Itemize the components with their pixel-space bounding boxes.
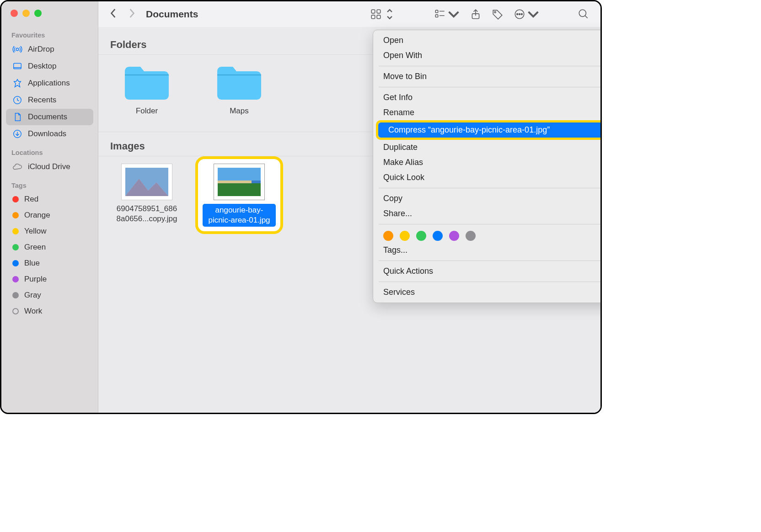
sidebar-item-label: Work	[24, 307, 42, 316]
main-area: Documents Folders Folder Maps	[98, 1, 600, 413]
ctx-compress[interactable]: Compress “angourie-bay-picnic-area-01.jp…	[378, 122, 602, 138]
tag-dot-icon	[12, 228, 19, 234]
tag-color-green[interactable]	[416, 231, 426, 241]
svg-rect-10	[435, 10, 438, 12]
image-thumbnail	[121, 164, 172, 200]
ctx-quick-actions[interactable]: Quick Actions›	[373, 264, 602, 279]
sidebar-tag-work[interactable]: Work	[6, 303, 93, 319]
svg-point-20	[579, 10, 586, 16]
ctx-tag-colors	[373, 227, 602, 243]
svg-rect-29	[218, 183, 261, 196]
documents-icon	[12, 112, 22, 122]
folder-icon	[214, 62, 264, 102]
ctx-compress-highlight: Compress “angourie-bay-picnic-area-01.jp…	[376, 120, 602, 140]
tags-button[interactable]	[492, 8, 504, 20]
tag-color-orange[interactable]	[383, 231, 393, 241]
sidebar-tag-yellow[interactable]: Yellow	[6, 223, 93, 239]
sidebar-item-label: Gray	[24, 291, 41, 300]
sidebar-item-label: Downloads	[28, 129, 66, 138]
ctx-separator	[379, 87, 602, 87]
svg-rect-1	[14, 64, 21, 69]
sidebar-item-label: Desktop	[28, 62, 56, 71]
sidebar-item-airdrop[interactable]: AirDrop	[6, 41, 93, 58]
image-item-1[interactable]: 6904758951_686 8a0656...copy.jpg	[110, 164, 183, 234]
sidebar-item-applications[interactable]: Applications	[6, 75, 93, 91]
ctx-separator	[379, 261, 602, 261]
tag-color-purple[interactable]	[449, 231, 459, 241]
folder-item-folder[interactable]: Folder	[110, 62, 183, 116]
back-button[interactable]	[109, 8, 118, 20]
ctx-separator	[379, 188, 602, 188]
view-icon-button[interactable]	[370, 8, 396, 20]
sidebar-item-label: Applications	[28, 79, 70, 88]
window-controls	[1, 10, 98, 25]
ctx-quick-look[interactable]: Quick Look	[373, 170, 602, 185]
tag-color-blue[interactable]	[433, 231, 443, 241]
item-label: Folder	[136, 106, 158, 116]
sidebar-item-recents[interactable]: Recents	[6, 92, 93, 108]
share-button[interactable]	[470, 8, 482, 20]
folder-icon	[122, 62, 171, 102]
folder-item-maps[interactable]: Maps	[203, 62, 276, 116]
more-button[interactable]	[514, 8, 539, 20]
ctx-move-to-bin[interactable]: Move to Bin	[373, 69, 602, 84]
zoom-window-button[interactable]	[34, 10, 42, 17]
ctx-rename[interactable]: Rename	[373, 105, 602, 120]
tag-dot-icon	[12, 260, 19, 266]
svg-point-18	[519, 14, 520, 15]
sidebar-item-label: Documents	[28, 112, 67, 122]
item-label: 6904758951_686 8a0656...copy.jpg	[110, 204, 183, 224]
icloud-icon	[12, 162, 22, 172]
sidebar-item-downloads[interactable]: Downloads	[6, 126, 93, 142]
finder-window: Favourites AirDrop Desktop Applications …	[0, 0, 602, 414]
sidebar-tag-red[interactable]: Red	[6, 192, 93, 207]
ctx-copy[interactable]: Copy	[373, 191, 602, 206]
ctx-separator	[379, 66, 602, 66]
ctx-duplicate[interactable]: Duplicate	[373, 140, 602, 155]
minimize-window-button[interactable]	[22, 10, 30, 17]
ctx-services[interactable]: Services›	[373, 285, 602, 300]
ctx-get-info[interactable]: Get Info	[373, 90, 602, 105]
sidebar-item-label: iCloud Drive	[28, 162, 70, 171]
svg-rect-9	[377, 15, 380, 19]
sidebar-item-documents[interactable]: Documents	[6, 109, 93, 125]
tag-dot-icon	[12, 196, 19, 202]
sidebar-item-label: Red	[24, 195, 38, 204]
sidebar-tag-purple[interactable]: Purple	[6, 271, 93, 287]
sidebar-section-favourites: Favourites	[1, 25, 98, 41]
ctx-tags[interactable]: Tags...	[373, 243, 602, 258]
context-menu: Open Open With› Move to Bin Get Info Ren…	[373, 30, 602, 303]
tag-color-yellow[interactable]	[400, 231, 410, 241]
airdrop-icon	[12, 44, 22, 54]
sidebar: Favourites AirDrop Desktop Applications …	[1, 1, 98, 413]
sidebar-item-label: Yellow	[24, 227, 47, 236]
tag-color-gray[interactable]	[466, 231, 476, 241]
sidebar-tag-blue[interactable]: Blue	[6, 255, 93, 271]
sidebar-section-tags: Tags	[1, 176, 98, 191]
forward-button[interactable]	[128, 8, 136, 20]
svg-rect-30	[252, 181, 261, 183]
ctx-open[interactable]: Open	[373, 33, 602, 48]
image-item-2-selected[interactable]: angourie-bay-picnic-area-01.jpg	[203, 164, 276, 227]
sidebar-item-icloud-drive[interactable]: iCloud Drive	[6, 159, 93, 175]
ctx-make-alias[interactable]: Make Alias	[373, 155, 602, 170]
close-window-button[interactable]	[11, 10, 18, 17]
ctx-share[interactable]: Share...	[373, 206, 602, 221]
applications-icon	[12, 78, 22, 88]
group-by-button[interactable]	[434, 8, 460, 20]
sidebar-item-desktop[interactable]: Desktop	[6, 58, 93, 74]
item-label: Maps	[230, 106, 249, 116]
svg-rect-8	[371, 15, 375, 19]
tag-dot-icon	[12, 212, 19, 218]
image-thumbnail	[214, 164, 265, 200]
sidebar-tag-gray[interactable]: Gray	[6, 287, 93, 303]
ctx-open-with[interactable]: Open With›	[373, 48, 602, 63]
svg-line-21	[585, 16, 587, 18]
sidebar-section-locations: Locations	[1, 143, 98, 158]
toolbar: Documents	[98, 1, 600, 27]
sidebar-tag-green[interactable]: Green	[6, 239, 93, 255]
sidebar-tag-orange[interactable]: Orange	[6, 207, 93, 223]
search-button[interactable]	[578, 8, 590, 20]
svg-rect-11	[435, 15, 438, 17]
sidebar-item-label: Orange	[24, 211, 50, 220]
